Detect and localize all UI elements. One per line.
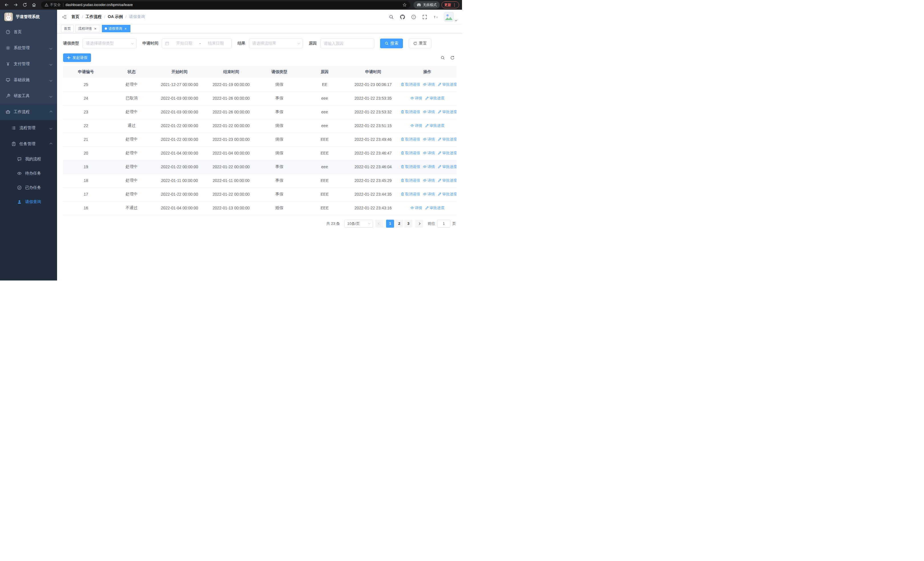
update-chrome-button[interactable]: 更新 xyxy=(441,2,459,8)
search-icon[interactable] xyxy=(388,14,394,20)
tab-leave-query[interactable]: 请假查询 xyxy=(102,25,130,32)
action-detail-link[interactable]: 详情 xyxy=(423,150,435,156)
browser-forward-button[interactable] xyxy=(12,1,20,9)
action-progress-link[interactable]: 审批进度 xyxy=(438,150,457,156)
goto-page-input[interactable] xyxy=(437,220,450,228)
cell-end-time: 2022-01-19 00:00:00 xyxy=(205,78,258,92)
action-progress-link[interactable]: 审批进度 xyxy=(438,82,457,87)
close-icon[interactable] xyxy=(123,27,128,30)
cell-start-time: 2022-01-22 00:00:00 xyxy=(154,119,205,132)
sidebar-item-task-management[interactable]: 任务管理 xyxy=(0,136,57,152)
sidebar-item-done-tasks[interactable]: 已办任务 xyxy=(0,180,57,195)
delete-icon xyxy=(400,137,404,141)
breadcrumb-item[interactable]: 工作流程 xyxy=(86,14,102,20)
date-range-picker[interactable]: 开始日期 - 结束日期 xyxy=(162,39,232,48)
action-detail-link[interactable]: 详情 xyxy=(423,178,435,183)
page-size-select[interactable]: 10条/页 xyxy=(344,220,373,228)
user-menu[interactable] xyxy=(444,12,457,22)
help-icon[interactable]: ? xyxy=(411,14,416,20)
fullscreen-icon[interactable] xyxy=(422,14,428,20)
next-page-button[interactable] xyxy=(415,220,423,228)
action-cancel-link[interactable]: 取消请假 xyxy=(400,192,420,197)
action-progress-link[interactable]: 审批进度 xyxy=(438,110,457,114)
browser-back-button[interactable] xyxy=(3,1,10,9)
breadcrumb-item[interactable]: OA 示例 xyxy=(108,14,123,20)
result-select[interactable]: 请选择流结果 xyxy=(249,39,303,48)
action-label: 取消请假 xyxy=(405,164,420,169)
close-icon[interactable] xyxy=(93,27,97,30)
pagination: 共 23 条 10条/页 123 前往 页 xyxy=(63,220,456,228)
sidebar-item-home[interactable]: 首页 xyxy=(0,24,57,40)
app-frame: 芋道管理系统 首页 系统管理 支付管理 基础设施 xyxy=(0,10,462,281)
sidebar-item-workflow[interactable]: 工作流程 xyxy=(0,104,57,120)
sidebar-item-devtools[interactable]: 研发工具 xyxy=(0,88,57,104)
address-bar[interactable]: 不安全 dashboard.yudao.iocoder.cn/bpm/oa/le… xyxy=(41,1,410,9)
action-detail-link[interactable]: 详情 xyxy=(423,137,435,142)
action-detail-link[interactable]: 详情 xyxy=(423,82,435,87)
action-progress-link[interactable]: 审批进度 xyxy=(438,137,457,142)
clipboard-icon xyxy=(11,142,16,146)
create-leave-button[interactable]: 发起请假 xyxy=(63,53,91,62)
action-progress-link[interactable]: 审批进度 xyxy=(425,96,445,101)
action-progress-link[interactable]: 审批进度 xyxy=(425,205,445,211)
browser-reload-button[interactable] xyxy=(21,1,28,9)
sidebar-item-system[interactable]: 系统管理 xyxy=(0,40,57,56)
sidebar-item-process-management[interactable]: 流程管理 xyxy=(0,120,57,136)
sidebar-item-payment[interactable]: 支付管理 xyxy=(0,56,57,72)
sidebar-collapse-button[interactable] xyxy=(57,10,71,24)
action-cancel-link[interactable]: 取消请假 xyxy=(400,137,420,142)
page-button-2[interactable]: 2 xyxy=(395,220,403,228)
sidebar-background xyxy=(0,209,57,281)
refresh-icon[interactable] xyxy=(450,55,455,60)
sidebar-item-infrastructure[interactable]: 基础设施 xyxy=(0,72,57,88)
leave-type-select[interactable]: 请选择请假类型 xyxy=(82,39,137,48)
cell-apply-time: 2022-01-23 00:06:17 xyxy=(348,78,398,92)
not-secure-warning[interactable]: 不安全 xyxy=(45,3,61,8)
search-button[interactable]: 搜索 xyxy=(380,39,403,48)
view-icon xyxy=(410,206,414,210)
action-cancel-link[interactable]: 取消请假 xyxy=(400,110,420,114)
action-label: 审批进度 xyxy=(442,192,457,197)
bookmark-star-icon[interactable] xyxy=(403,3,406,7)
github-icon[interactable] xyxy=(399,14,405,20)
action-progress-link[interactable]: 审批进度 xyxy=(425,123,445,128)
reason-input[interactable] xyxy=(320,39,374,48)
url-text: dashboard.yudao.iocoder.cn/bpm/oa/leave xyxy=(66,3,400,7)
breadcrumb-item[interactable]: 首页 xyxy=(71,14,80,20)
sidebar-item-my-process[interactable]: 我的流程 xyxy=(0,152,57,166)
action-label: 详情 xyxy=(428,82,435,87)
action-progress-link[interactable]: 审批进度 xyxy=(438,164,457,169)
tab-home[interactable]: 首页 xyxy=(61,25,74,32)
sidebar-item-todo-tasks[interactable]: 待办任务 xyxy=(0,166,57,180)
action-detail-link[interactable]: 详情 xyxy=(410,205,422,211)
action-label: 审批进度 xyxy=(442,164,457,169)
tab-process-detail[interactable]: 流程详情 xyxy=(75,25,100,32)
sidebar-item-label: 系统管理 xyxy=(14,45,30,51)
search-toggle-icon[interactable] xyxy=(440,55,445,60)
select-placeholder: 请选择流结果 xyxy=(252,41,276,46)
cell-actions: 取消请假详情审批进度 xyxy=(398,160,457,174)
action-progress-link[interactable]: 审批进度 xyxy=(438,178,457,183)
action-cancel-link[interactable]: 取消请假 xyxy=(400,178,420,183)
action-detail-link[interactable]: 详情 xyxy=(410,96,422,101)
action-cancel-link[interactable]: 取消请假 xyxy=(400,82,420,87)
action-label: 详情 xyxy=(428,150,435,156)
font-size-icon[interactable]: TT xyxy=(433,14,439,20)
cell-apply-id: 21 xyxy=(63,132,109,146)
edit-icon xyxy=(425,206,429,210)
action-progress-link[interactable]: 审批进度 xyxy=(438,192,457,197)
action-detail-link[interactable]: 详情 xyxy=(423,110,435,114)
action-detail-link[interactable]: 详情 xyxy=(410,123,422,128)
browser-home-button[interactable] xyxy=(30,1,38,9)
sidebar-item-leave-query[interactable]: 请假查询 xyxy=(0,195,57,209)
app-logo[interactable]: 芋道管理系统 xyxy=(0,10,57,24)
action-cancel-link[interactable]: 取消请假 xyxy=(400,164,420,169)
action-detail-link[interactable]: 详情 xyxy=(423,192,435,197)
action-detail-link[interactable]: 详情 xyxy=(423,164,435,169)
menu-dots-icon[interactable] xyxy=(453,3,456,7)
page-button-1[interactable]: 1 xyxy=(386,220,394,228)
action-cancel-link[interactable]: 取消请假 xyxy=(400,150,420,156)
page-button-3[interactable]: 3 xyxy=(404,220,412,228)
reset-button[interactable]: 重置 xyxy=(409,39,432,48)
prev-page-button[interactable] xyxy=(375,220,383,228)
